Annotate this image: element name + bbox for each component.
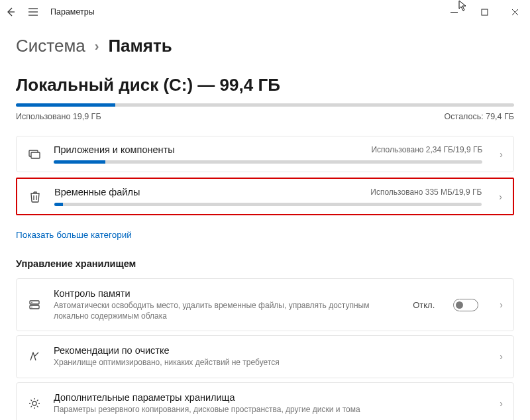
breadcrumb: Система › Память	[16, 36, 514, 56]
category-title: Временные файлы	[54, 187, 140, 197]
category-usage-bar	[54, 160, 482, 164]
category-icon	[28, 190, 42, 203]
storage-category-card[interactable]: Временные файлы Использовано 335 МБ/19,9…	[16, 178, 514, 215]
mgmt-title: Рекомендации по очистке	[54, 345, 478, 356]
category-title: Приложения и компоненты	[54, 144, 175, 155]
storage-category-card[interactable]: Приложения и компоненты Использовано 2,3…	[16, 136, 514, 172]
svg-point-13	[31, 307, 32, 308]
disk-title: Локальный диск (C:) — 99,4 ГБ	[16, 75, 514, 95]
disk-usage-bar	[16, 103, 514, 107]
svg-point-12	[31, 302, 32, 303]
svg-rect-9	[31, 152, 40, 158]
mgmt-title: Дополнительные параметры хранилища	[54, 392, 478, 403]
close-button[interactable]	[500, 0, 530, 24]
chevron-right-icon: ›	[500, 299, 503, 310]
mgmt-card[interactable]: Контроль памяти Автоматически освободить…	[16, 278, 514, 331]
breadcrumb-current: Память	[108, 36, 172, 56]
category-usage: Использовано 335 МБ/19,9 ГБ	[370, 187, 482, 197]
toggle-status: Откл.	[413, 300, 435, 310]
chevron-right-icon: ›	[95, 38, 99, 54]
mgmt-icon	[27, 397, 42, 410]
category-usage-bar	[54, 203, 482, 206]
svg-point-14	[32, 401, 36, 405]
hamburger-icon[interactable]	[28, 7, 38, 17]
mgmt-title: Контроль памяти	[54, 288, 401, 299]
disk-free-label: Осталось: 79,4 ГБ	[445, 112, 514, 121]
category-icon	[27, 148, 42, 161]
chevron-right-icon: ›	[500, 398, 503, 409]
category-usage: Использовано 2,34 ГБ/19,9 ГБ	[371, 145, 482, 154]
chevron-right-icon: ›	[500, 149, 503, 160]
back-icon[interactable]	[5, 7, 16, 17]
show-more-link[interactable]: Показать больше категорий	[16, 230, 132, 240]
mgmt-card[interactable]: Дополнительные параметры хранилища Парам…	[16, 382, 514, 420]
mgmt-desc: Хранилище оптимизировано, никаких действ…	[54, 357, 478, 368]
mgmt-desc: Автоматически освободить место, удалить …	[54, 300, 401, 321]
mgmt-heading: Управление хранилищем	[16, 258, 514, 269]
maximize-button[interactable]	[469, 0, 500, 24]
svg-rect-11	[30, 305, 39, 309]
mgmt-icon	[27, 350, 42, 363]
mgmt-icon	[27, 298, 42, 311]
mgmt-card[interactable]: Рекомендации по очистке Хранилище оптими…	[16, 335, 514, 378]
chevron-right-icon: ›	[499, 191, 502, 202]
disk-used-label: Использовано 19,9 ГБ	[16, 112, 101, 121]
svg-rect-5	[482, 9, 488, 15]
breadcrumb-parent[interactable]: Система	[16, 36, 85, 56]
mgmt-desc: Параметры резервного копирования, дисков…	[54, 404, 478, 415]
app-title: Параметры	[50, 7, 95, 17]
svg-rect-10	[30, 301, 39, 304]
minimize-button[interactable]	[439, 0, 469, 24]
titlebar: Параметры	[0, 0, 530, 24]
toggle-switch[interactable]	[453, 299, 478, 311]
chevron-right-icon: ›	[500, 351, 503, 362]
